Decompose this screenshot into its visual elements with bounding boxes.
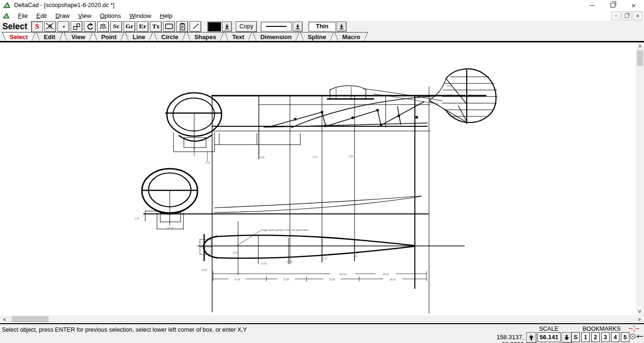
bookmark-button-2[interactable]: 2	[591, 332, 600, 342]
dim-label: 37.60	[234, 278, 240, 281]
dim-label: 11.60	[261, 262, 267, 265]
bookmark-button-3[interactable]: 3	[601, 332, 610, 342]
color-dropdown-button[interactable]	[222, 22, 232, 32]
menu-file[interactable]: File	[14, 11, 32, 20]
bookmark-button-1[interactable]: 1	[581, 332, 590, 342]
mdi-restore-button[interactable]	[622, 11, 632, 20]
bookmark-button-4[interactable]: 4	[611, 332, 619, 342]
status-message: Select object, press ENTER for previous …	[2, 327, 247, 333]
minimize-icon	[590, 5, 594, 6]
mode-label: Select	[2, 22, 27, 32]
tab-edit[interactable]: Edit	[36, 32, 63, 41]
vertical-scrollbar[interactable]: > >	[636, 42, 644, 315]
clipboard-button[interactable]	[176, 21, 188, 32]
tab-spline[interactable]: Spline	[300, 32, 334, 41]
line-width-value: Thin	[316, 23, 328, 30]
scroll-right-arrow[interactable]: >	[636, 315, 643, 323]
zoom-window-icon	[165, 23, 173, 30]
tab-label: Select	[3, 33, 35, 41]
tab-text[interactable]: Text	[224, 32, 252, 41]
mdi-restore-icon	[625, 14, 629, 18]
line-style-dropdown-button[interactable]	[293, 22, 303, 32]
restore-button[interactable]	[603, 0, 623, 10]
mdi-close-button[interactable]: ×	[633, 11, 643, 20]
line-width-dropdown-button[interactable]	[337, 22, 347, 32]
erase-tool-button[interactable]: Er	[137, 21, 149, 32]
measure-line-button[interactable]	[190, 21, 201, 32]
color-swatch-black[interactable]	[207, 22, 221, 32]
tab-dimension[interactable]: Dimension	[253, 32, 299, 41]
line-style-solid	[266, 26, 287, 27]
point-select-button[interactable]	[58, 21, 69, 32]
scroll-left-arrow[interactable]: <	[1, 315, 8, 323]
scroll-up-arrow[interactable]: >	[636, 42, 644, 50]
dim-label: 20.00	[167, 227, 173, 229]
tab-line[interactable]: Line	[125, 32, 153, 41]
deselect-tool-button[interactable]: S	[44, 21, 56, 32]
rotate-button[interactable]	[84, 21, 96, 32]
menu-window[interactable]: Window	[125, 11, 156, 20]
scale-value-text: 56.141	[540, 334, 559, 341]
mdi-minimize-button[interactable]: –	[611, 11, 621, 20]
horizontal-scroll-thumb[interactable]	[12, 316, 49, 322]
tab-label: Macro	[335, 33, 367, 41]
box-select-button[interactable]	[71, 21, 83, 32]
tab-label: Dimension	[253, 33, 298, 41]
tab-point[interactable]: Point	[93, 32, 124, 41]
mirror-button[interactable]	[97, 21, 109, 32]
zoom-window-button[interactable]	[163, 21, 175, 32]
vertical-scroll-thumb[interactable]	[637, 50, 643, 66]
dim-label: 20.00	[201, 269, 207, 271]
dropdown-arrow-icon	[339, 24, 345, 30]
dim-label: 4.18	[260, 156, 264, 159]
dim-label: 20.85	[447, 84, 453, 87]
tab-circle[interactable]: Circle	[154, 32, 186, 41]
group-tool-button[interactable]: Gr	[124, 21, 135, 32]
copy-button[interactable]: Copy	[236, 21, 257, 32]
tab-bar: SelectEditViewPointLineCircleShapesTextD…	[0, 32, 644, 41]
slash-overlay-icon	[45, 22, 54, 30]
drawing-canvas[interactable]: 0.12 4.18 4.14 3.28 20.85 0.34 20.00 24.…	[0, 42, 636, 315]
dim-label: 3.28	[348, 155, 353, 158]
tab-label: Spline	[301, 33, 333, 41]
tab-macro[interactable]: Macro	[334, 32, 368, 41]
window-title: DeltaCad - [scoopshape1-6-2020.dc *]	[14, 2, 115, 8]
scale-tool-label: Sc	[113, 23, 120, 30]
scale-tool-button[interactable]: Sc	[110, 21, 122, 32]
menu-help[interactable]: Help	[156, 11, 177, 20]
tab-view[interactable]: View	[64, 32, 93, 41]
select-tool-button[interactable]: S	[31, 21, 43, 32]
bookmark-button-s[interactable]: S	[571, 332, 580, 342]
menu-draw[interactable]: Draw	[51, 11, 74, 20]
drawing-annotation: Angle starts going in from this point ba…	[261, 229, 310, 231]
line-style-selector[interactable]	[261, 22, 292, 32]
tab-label: Shapes	[187, 33, 223, 41]
scale-up-button[interactable]	[526, 332, 537, 343]
scale-down-button[interactable]	[561, 332, 572, 343]
minimize-button[interactable]	[582, 0, 603, 10]
tab-select[interactable]: Select	[2, 32, 35, 41]
horizontal-scrollbar[interactable]: < >	[0, 315, 644, 323]
text-tool-label: Tx	[152, 23, 160, 30]
close-button[interactable]: ×	[623, 0, 644, 10]
tab-shapes[interactable]: Shapes	[187, 32, 224, 41]
document-logo-icon	[2, 12, 10, 19]
bookmark-button-5[interactable]: 5	[621, 332, 629, 342]
dim-label: 48.03	[383, 273, 389, 276]
text-tool-button[interactable]: Tx	[150, 21, 162, 32]
scale-value[interactable]: 56.141	[537, 332, 561, 342]
line-width-selector[interactable]: Thin	[308, 22, 336, 32]
dim-label: 17.66	[287, 261, 293, 263]
group-tool-label: Gr	[125, 23, 133, 30]
tab-label: Point	[94, 33, 124, 41]
tab-label: Line	[125, 33, 152, 41]
scroll-down-arrow[interactable]: >	[636, 308, 644, 315]
menu-bar: FileEditDrawViewOptionsWindowHelp – ×	[0, 10, 644, 21]
arrow-down-icon	[564, 335, 570, 341]
erase-tool-label: Er	[139, 23, 146, 30]
menu-options[interactable]: Options	[96, 11, 125, 20]
tab-label: Edit	[37, 33, 63, 41]
menu-edit[interactable]: Edit	[32, 11, 51, 20]
dimension-labels: 0.12 4.18 4.14 3.28 20.85 0.34 20.00 24.…	[134, 84, 453, 281]
menu-view[interactable]: View	[74, 11, 96, 20]
